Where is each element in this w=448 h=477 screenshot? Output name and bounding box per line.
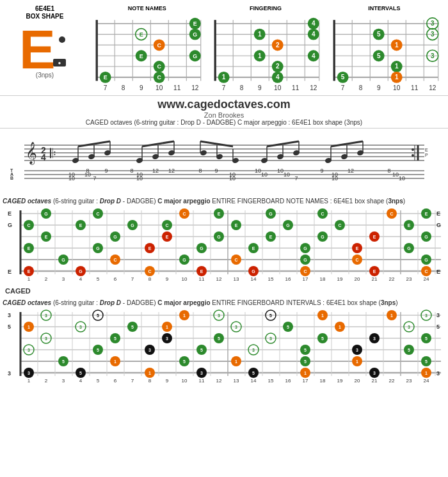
svg-text:1: 1	[183, 313, 186, 318]
caged-label: CAGED	[0, 287, 448, 296]
svg-text:3: 3	[8, 370, 11, 377]
svg-text:8: 8	[130, 168, 133, 174]
svg-text:1: 1	[235, 359, 237, 364]
svg-text:1: 1	[258, 31, 262, 38]
svg-text:1: 1	[395, 63, 399, 70]
svg-text:3: 3	[408, 325, 410, 329]
svg-text:E: E	[193, 20, 197, 27]
svg-text:1: 1	[339, 325, 341, 329]
svg-text:E: E	[436, 269, 440, 275]
svg-text:21: 21	[372, 378, 378, 384]
svg-text:G: G	[79, 269, 83, 274]
svg-text:3: 3	[8, 312, 11, 318]
svg-text:3: 3	[166, 336, 168, 341]
svg-text:5: 5	[79, 371, 82, 375]
svg-text:9: 9	[166, 378, 169, 384]
sheet-music-svg: T A B 𝄞 2 4 𝄆 10 10 8 10 7 9	[5, 132, 443, 190]
svg-text:E: E	[425, 148, 428, 152]
svg-text:1: 1	[304, 371, 307, 375]
svg-text:E: E	[252, 246, 255, 251]
svg-text:10: 10	[399, 175, 405, 182]
fingerboard-full-note-names-svg: E G E E G E // We'll draw them in SVG di…	[3, 207, 445, 284]
svg-text:8: 8	[240, 84, 244, 91]
svg-text:3: 3	[45, 313, 47, 318]
svg-text:E: E	[373, 269, 376, 274]
svg-text:9: 9	[258, 84, 262, 91]
svg-text:15: 15	[268, 378, 274, 384]
intervals-section-label: CAGED octaves (6-string guitar : Drop D …	[3, 299, 445, 308]
svg-text:10: 10	[229, 175, 236, 182]
svg-text:E: E	[28, 269, 31, 274]
mini-fretboard-note-names: 7 8 9 10 11 12 E G E C E	[90, 13, 204, 91]
svg-text:3: 3	[252, 348, 255, 352]
box-shape-container: 6E4E1 BOX SHAPE E ● (3nps)	[6, 5, 83, 79]
svg-text:10: 10	[274, 84, 282, 91]
svg-text:5: 5	[252, 371, 255, 375]
svg-text:9: 9	[320, 168, 323, 174]
svg-text:C: C	[157, 63, 161, 70]
fingerboard-note-names-section: CAGED octaves (6-string guitar : Drop D …	[0, 196, 448, 287]
svg-point-155	[200, 150, 207, 156]
mini-diagrams-group: NOTE NAMES 7 8 9	[90, 5, 442, 91]
note-names-section-label: CAGED octaves (6-string guitar : Drop D …	[3, 197, 445, 206]
svg-text:21: 21	[372, 276, 378, 282]
svg-text:8: 8	[122, 84, 125, 91]
svg-text:4: 4	[41, 152, 46, 162]
svg-text:5: 5	[287, 325, 289, 329]
svg-text:3: 3	[436, 312, 440, 318]
author-name: Zon Brookes	[0, 111, 448, 119]
svg-text:18: 18	[320, 378, 326, 384]
svg-text:11: 11	[199, 276, 205, 282]
svg-text:10: 10	[182, 378, 188, 384]
svg-text:12: 12	[348, 168, 354, 174]
fingerboard-intervals-section: CAGED octaves (6-string guitar : Drop D …	[0, 297, 448, 389]
svg-text:𝄞: 𝄞	[26, 142, 37, 165]
svg-text:C: C	[182, 212, 186, 216]
svg-text:1: 1	[148, 371, 151, 375]
svg-text:5: 5	[377, 52, 381, 59]
svg-text:E: E	[166, 235, 169, 239]
svg-text:G: G	[131, 223, 134, 228]
svg-text:8: 8	[387, 168, 390, 174]
svg-text:12: 12	[310, 84, 317, 91]
svg-text:17: 17	[303, 276, 308, 282]
svg-text:24: 24	[424, 378, 429, 384]
svg-point-191	[412, 148, 414, 151]
svg-text:3: 3	[373, 336, 376, 341]
svg-text:1: 1	[28, 325, 30, 329]
top-section: 6E4E1 BOX SHAPE E ● (3nps) NOTE NAMES	[0, 0, 448, 94]
diagram-fingering: FINGERING 7 8 9 10 11 12	[208, 5, 323, 91]
svg-text:7: 7	[294, 175, 298, 182]
svg-text:G: G	[193, 31, 197, 38]
svg-text:1: 1	[395, 42, 399, 49]
svg-text:1: 1	[258, 52, 262, 59]
svg-text:C: C	[165, 223, 168, 228]
svg-text:E: E	[140, 31, 143, 38]
svg-text:12: 12	[191, 84, 199, 91]
svg-text:1: 1	[222, 74, 226, 81]
svg-text:G: G	[303, 258, 307, 262]
svg-text:4: 4	[312, 31, 316, 38]
svg-text:17: 17	[303, 378, 308, 384]
svg-text:1: 1	[28, 378, 31, 384]
diagram-note-names-title: NOTE NAMES	[128, 5, 166, 12]
svg-text:5: 5	[341, 74, 345, 81]
svg-text:3: 3	[436, 370, 440, 377]
svg-text:3: 3	[28, 348, 30, 352]
svg-text:10: 10	[392, 171, 399, 178]
svg-text:5: 5	[97, 348, 99, 352]
svg-text:9: 9	[104, 168, 108, 174]
svg-text:3: 3	[200, 371, 203, 375]
svg-text:G: G	[182, 258, 186, 262]
svg-text:E: E	[425, 212, 428, 216]
svg-text:5: 5	[131, 325, 134, 329]
svg-text:E: E	[235, 223, 238, 228]
svg-text:3: 3	[28, 371, 30, 375]
svg-text:9: 9	[377, 84, 381, 91]
svg-text:𝄆: 𝄆	[50, 146, 56, 160]
svg-text:7: 7	[222, 84, 226, 91]
svg-text:8: 8	[198, 168, 202, 174]
svg-text:G: G	[252, 269, 255, 274]
fingerboard-full-intervals-svg: 3 5 3 3 5 3 1 2 3 4	[3, 309, 445, 386]
svg-text:G: G	[96, 246, 100, 251]
